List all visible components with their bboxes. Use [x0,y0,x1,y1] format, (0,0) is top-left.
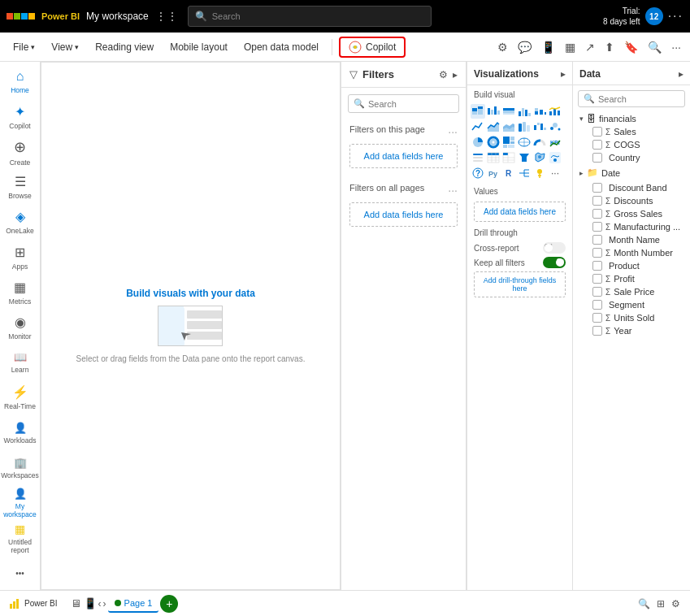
reading-view-button[interactable]: Reading view [89,38,160,56]
viz-line-col[interactable] [548,104,562,119]
filters-on-page-more-icon[interactable]: ··· [448,125,458,138]
waffle-icon[interactable]: ⋮⋮ [155,10,178,23]
tree-item-manufacturing[interactable]: Σ Manufacturing ... [576,220,687,233]
phone-icon[interactable]: 📱 [539,38,558,56]
sidebar-item-home[interactable]: ⌂ Home [2,65,38,98]
profit-checkbox[interactable] [592,274,602,284]
viz-slicer[interactable] [471,150,485,165]
tree-group-financials-header[interactable]: ▾ 🗄 financials [576,112,687,125]
discounts-checkbox[interactable] [592,196,602,206]
zoom-icon[interactable]: 🔍 [645,38,664,56]
viz-line[interactable] [471,119,485,134]
tree-item-sales[interactable]: Σ Sales [576,125,687,138]
share-icon[interactable]: ↗ [583,38,597,56]
open-data-model-button[interactable]: Open data model [237,38,325,56]
viz-filled-map[interactable] [532,150,547,165]
bottom-zoom-icon[interactable]: 🔍 [636,596,652,611]
viz-panel-expand-icon[interactable]: ▸ [561,68,566,80]
viz-donut[interactable] [486,135,501,150]
format-icon[interactable]: ▦ [562,38,578,56]
values-add-btn[interactable]: Add data fields here [474,202,566,222]
sidebar-item-monitor[interactable]: ◉ Monitor [2,310,38,344]
data-search-box[interactable]: 🔍 [578,90,685,107]
chat-icon[interactable]: 💬 [515,38,534,56]
viz-map[interactable] [517,135,532,150]
viz-ribbon[interactable] [517,119,532,134]
month-number-checkbox[interactable] [592,248,602,258]
tree-item-discounts[interactable]: Σ Discounts [576,194,687,207]
viz-100-stacked-bar[interactable] [501,104,516,119]
viz-matrix[interactable] [501,150,516,165]
manufacturing-checkbox[interactable] [592,222,602,232]
tree-item-month-number[interactable]: Σ Month Number [576,246,687,259]
viz-gauge[interactable] [532,135,547,150]
filters-on-page-add-btn[interactable]: Add data fields here [349,144,458,168]
tree-item-year[interactable]: Σ Year [576,324,687,337]
desktop-view-icon[interactable]: 🖥 [71,597,81,609]
global-search-bar[interactable]: 🔍 Search [188,6,432,27]
tree-item-segment[interactable]: Segment [576,298,687,311]
sidebar-item-workspaces[interactable]: 🏢 Workspaces [2,451,38,484]
tree-item-discount-band[interactable]: Discount Band [576,181,687,194]
filters-settings-icon[interactable]: ⚙ [439,69,448,80]
sidebar-item-onelake[interactable]: ◈ OneLake [2,206,38,239]
tree-item-cogs[interactable]: Σ COGS [576,138,687,151]
viz-stacked-area[interactable] [501,119,516,134]
sidebar-item-realtime[interactable]: ⚡ Real-Time [2,381,38,414]
avatar[interactable]: 12 [645,7,663,25]
cross-report-toggle[interactable]: Off [543,242,566,254]
tree-item-gross-sales[interactable]: Σ Gross Sales [576,207,687,220]
viz-r[interactable]: R [501,166,516,180]
data-search-input[interactable] [598,94,679,104]
tree-item-units-sold[interactable]: Σ Units Sold [576,311,687,324]
viz-treemap[interactable] [501,135,516,150]
sidebar-item-my-workspace[interactable]: 👤 My workspace [2,486,38,519]
keep-filters-toggle[interactable]: On [543,257,566,268]
mobile-layout-button[interactable]: Mobile layout [163,38,234,56]
tree-group-date-header[interactable]: ▸ 📁 Date [576,166,687,180]
viz-table[interactable] [486,150,501,165]
year-checkbox[interactable] [592,326,602,336]
sidebar-item-workloads[interactable]: 👤 Workloads [2,416,38,449]
more-options-icon[interactable]: ··· [668,9,683,24]
filters-search-box[interactable]: 🔍 [348,94,459,113]
sidebar-item-browse[interactable]: ☰ Browse [2,171,38,204]
product-checkbox[interactable] [592,261,602,271]
discount-band-checkbox[interactable] [592,183,602,193]
drill-add-btn[interactable]: Add drill-through fields here [474,271,566,297]
viz-clustered-col[interactable] [517,104,532,119]
viz-decomp-tree[interactable] [517,166,532,180]
tree-item-profit[interactable]: Σ Profit [576,272,687,285]
viz-more[interactable]: ··· [548,166,562,180]
bookmark-icon[interactable]: 🔖 [622,38,640,56]
viz-stacked-col[interactable] [532,104,547,119]
viz-stacked-bar[interactable] [471,104,485,119]
tree-item-month-name[interactable]: Month Name [576,233,687,246]
sidebar-item-copilot[interactable]: ✦ Copilot [2,100,38,133]
sidebar-item-metrics[interactable]: ▦ Metrics [2,275,38,309]
viz-kpi[interactable]: KPI [548,135,562,150]
viz-key-inf[interactable] [532,166,547,180]
month-name-checkbox[interactable] [592,235,602,245]
bottom-settings-icon[interactable]: ⚙ [670,596,682,611]
phone-view-icon[interactable]: 📱 [84,597,97,609]
data-panel-expand-icon[interactable]: ▸ [679,68,683,80]
file-menu-button[interactable]: File ▾ [7,38,41,56]
sale-price-checkbox[interactable] [592,287,602,297]
filters-search-input[interactable] [368,99,453,109]
tree-item-country[interactable]: Country [576,151,687,164]
cogs-checkbox[interactable] [592,140,602,150]
tree-item-product[interactable]: Product [576,259,687,272]
gross-sales-checkbox[interactable] [592,209,602,219]
export-icon[interactable]: ⬆ [602,38,617,56]
viz-pie[interactable] [471,135,485,150]
viz-azure-map[interactable] [548,150,562,165]
sidebar-item-untitled-report[interactable]: ▦ Untitled report [2,522,38,555]
viz-py[interactable]: Py [486,166,501,180]
page-prev-icon[interactable]: ‹ [98,598,102,609]
bottom-fit-icon[interactable]: ⊞ [655,596,666,611]
view-menu-button[interactable]: View ▾ [45,38,85,56]
add-page-button[interactable]: + [160,595,178,613]
viz-scatter[interactable] [548,119,562,134]
viz-area[interactable] [486,119,501,134]
